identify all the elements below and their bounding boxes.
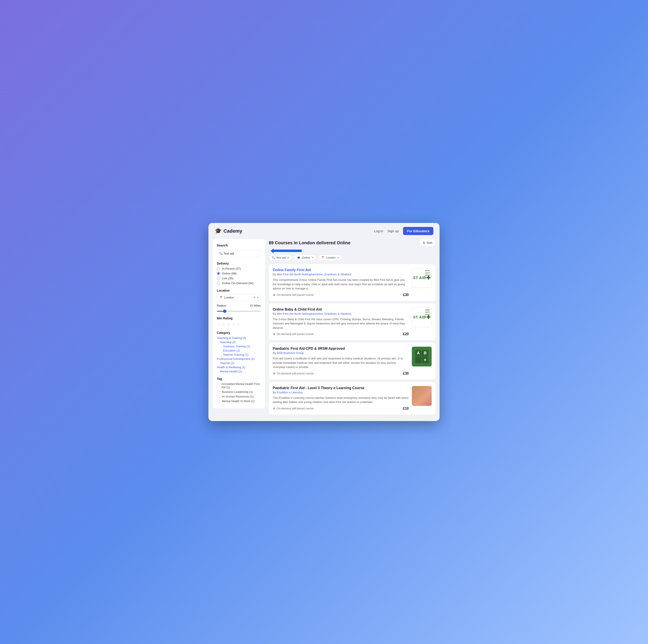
category-teaching-training[interactable]: Teaching & Training (3): [217, 336, 261, 339]
active-filters: 🔍 first aid ✕ 💻 Online ✕ 📍 London ✕: [269, 250, 436, 261]
delivery-option-on-demand[interactable]: Online On-Demand (54): [217, 281, 261, 285]
online-chip-icon: 💻: [297, 256, 301, 259]
remove-filter-first-aid[interactable]: ✕: [287, 256, 289, 259]
star-5[interactable]: ☆: [236, 322, 240, 327]
delivery-label-1: On-demand self-paced course: [277, 293, 314, 297]
delivery-label: Delivery: [217, 262, 261, 265]
remove-filter-london[interactable]: ✕: [337, 256, 339, 259]
location-clear-icon[interactable]: ✕: [253, 296, 256, 299]
provider-link-2[interactable]: Mini First Aid North Nottinghamshire, Gr…: [277, 312, 351, 315]
sort-icon: ⇅: [423, 241, 425, 245]
remove-filter-online[interactable]: ✕: [311, 256, 314, 259]
course-type-1: 🖥 On-demand self-paced course: [273, 293, 314, 297]
category-teacher-training[interactable]: Teacher Training (1): [223, 353, 261, 356]
provider-link-4[interactable]: Erudition e Learning: [277, 391, 303, 394]
course-provider-1: By Mini First Aid North Nottinghamshire,…: [273, 273, 409, 276]
star-4[interactable]: ☆: [231, 322, 235, 327]
course-info-4: Paediatric First Aid - Level 3 Theory e …: [273, 386, 409, 411]
course-provider-2: By Mini First Aid North Nottinghamshire,…: [273, 312, 409, 315]
delivery-icon-2: 🖥: [273, 332, 276, 336]
category-health-wellbeing[interactable]: Health & Wellbeing (1): [217, 366, 261, 369]
location-input[interactable]: 📍 London ✕ ▾: [217, 294, 261, 301]
for-educators-button[interactable]: For Educators: [403, 227, 433, 235]
course-footer-4: 🖥 On-demand self-paced course £10: [273, 407, 409, 411]
course-title-1[interactable]: Online Family First Aid: [273, 268, 409, 272]
category-education[interactable]: Education (1): [223, 349, 261, 352]
sort-button[interactable]: ⇅ Sort: [419, 239, 436, 247]
course-card-1: Online Family First Aid By Mini First Ai…: [269, 264, 436, 301]
star-3[interactable]: ☆: [226, 322, 230, 327]
course-type-3: 🖥 On-demand self-paced course: [273, 372, 314, 375]
course-desc-4: This Erudition e Learning course teaches…: [273, 396, 409, 404]
course-info-3: Paediatric First Aid-CPD & IIRSM Approve…: [273, 346, 409, 375]
category-mental-health[interactable]: Mental Health (1): [220, 370, 261, 373]
course-desc-3: First aid covers a multitude of skill se…: [273, 356, 409, 369]
star-2[interactable]: ☆: [222, 322, 226, 327]
tag-checkbox-4[interactable]: [217, 399, 220, 403]
app-name: Cademy: [223, 228, 242, 234]
course-type-4: 🖥 On-demand self-paced course: [273, 407, 314, 410]
tag-hr-human-resources[interactable]: Hr Human Resources (1): [217, 395, 261, 398]
ab-cell-plus: +: [422, 357, 428, 363]
tag-mental-health-at-work[interactable]: Mental Health At Work (1): [217, 399, 261, 403]
results-area: 89 Courses in London delivered Online ⇅ …: [269, 239, 436, 417]
ab-cell-blank: [415, 357, 422, 363]
tag-filter: Tag Accredited Mental Health First Aid (…: [217, 377, 261, 403]
tag-label: Tag: [217, 377, 261, 381]
sort-label: Sort: [427, 241, 432, 245]
course-title-4[interactable]: Paediatric First Aid - Level 3 Theory e …: [273, 386, 409, 390]
course-card-2: Online Baby & Child First Aid By Mini Fi…: [269, 304, 436, 340]
category-teaching[interactable]: Teaching (2): [220, 340, 261, 344]
radius-slider-wrap: [217, 309, 261, 313]
filter-chip-label-london: London: [326, 256, 335, 259]
course-title-2[interactable]: Online Baby & Child First Aid: [273, 308, 409, 312]
results-header: 89 Courses in London delivered Online ⇅ …: [269, 239, 436, 247]
app-window: 🎓 Cademy Log in Sign up For Educators Se…: [208, 223, 440, 421]
course-desc-1: This comprehensive 3-hour Online Family …: [273, 278, 409, 291]
provider-link-1[interactable]: Mini First Aid North Nottinghamshire, Gr…: [277, 273, 351, 276]
delivery-filter: Delivery In-Person (37) Online (89) Live…: [217, 262, 261, 285]
filter-chip-label-online: Online: [302, 256, 310, 259]
delivery-label-2: On-demand self-paced course: [277, 332, 314, 336]
min-rating-label: Min Rating: [217, 317, 261, 320]
location-chip-icon: 📍: [321, 256, 325, 259]
category-professional-development[interactable]: Professional Development (2): [217, 357, 261, 361]
stars-row: ☆ ☆ ☆ ☆ ☆: [217, 322, 261, 327]
filter-chip-london[interactable]: 📍 London ✕: [318, 255, 342, 261]
tag-business-leadership[interactable]: Business Leadership (1): [217, 390, 261, 393]
category-assessor-training[interactable]: Assessor Training (1): [223, 345, 261, 348]
course-thumbnail-4: [412, 386, 432, 406]
search-input[interactable]: [217, 250, 261, 257]
tag-mental-health-first-aid[interactable]: Accredited Mental Health First Aid (1): [217, 382, 261, 389]
st-aid-region-1: NORTNOTTGRANSLEAF: [424, 270, 430, 279]
logo-icon: 🎓: [215, 227, 222, 234]
delivery-icon-1: 🖥: [273, 293, 276, 297]
radius-slider[interactable]: [217, 311, 261, 312]
signup-button[interactable]: Sign up: [387, 229, 398, 233]
course-price-2: £20: [403, 332, 409, 336]
results-title: 89 Courses in London delivered Online: [269, 240, 350, 246]
location-value: London: [224, 296, 252, 299]
delivery-option-in-person[interactable]: In-Person (37): [217, 267, 261, 270]
star-1[interactable]: ☆: [217, 322, 221, 327]
ab-grid: A B +: [415, 350, 428, 363]
category-label: Category: [217, 331, 261, 334]
tag-checkbox-2[interactable]: [217, 390, 220, 393]
filter-chip-online[interactable]: 💻 Online ✕: [294, 255, 317, 261]
delivery-option-live[interactable]: Live (35): [217, 277, 261, 280]
login-button[interactable]: Log in: [374, 229, 383, 233]
tag-checkbox-1[interactable]: [217, 384, 220, 387]
course-title-3[interactable]: Paediatric First Aid-CPD & IIRSM Approve…: [273, 346, 409, 351]
filter-chip-first-aid[interactable]: 🔍 first aid ✕: [269, 255, 292, 261]
provider-link-3[interactable]: BAB Business Group: [277, 351, 304, 355]
search-section-title: Search: [217, 244, 261, 247]
location-icon: 📍: [219, 296, 223, 299]
course-thumbnail-2: ST AID ✚ NORTNOTTGRANSLEAF: [412, 308, 432, 327]
min-rating-filter: Min Rating ☆ ☆ ☆ ☆ ☆: [217, 317, 261, 327]
radius-label: Radius: [217, 304, 226, 307]
chevron-down-icon[interactable]: ▾: [257, 296, 258, 299]
delivery-option-online[interactable]: Online (89): [217, 272, 261, 275]
category-teacher[interactable]: Teacher (2): [220, 361, 261, 365]
tag-checkbox-3[interactable]: [217, 395, 220, 398]
header-nav: Log in Sign up For Educators: [374, 227, 433, 235]
